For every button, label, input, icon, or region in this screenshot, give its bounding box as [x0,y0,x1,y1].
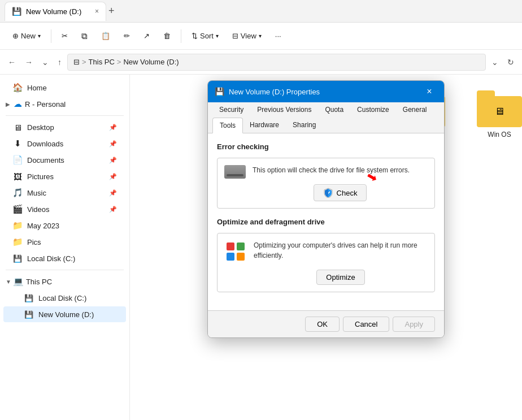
sidebar-this-pc-label: This PC [26,278,52,286]
pin-icon-4: 📌 [109,173,117,180]
active-tab[interactable]: 💾 New Volume (D:) × [5,2,106,21]
svg-rect-3 [237,253,245,261]
download-icon: ⬇ [12,138,23,149]
more-icon: ··· [275,32,281,40]
sidebar-group-this-pc[interactable]: ▼ 💻 This PC [0,274,129,289]
delete-button[interactable]: 🗑 [158,27,176,46]
tab-volume-icon: 💾 [12,7,21,16]
sidebar-item-desktop[interactable]: 🖥 Desktop 📌 [3,119,126,135]
forward-button[interactable]: → [21,55,36,69]
sidebar-item-newvolume[interactable]: 💾 New Volume (D:) [3,306,126,322]
tab-general[interactable]: General [396,102,434,118]
sidebar-desktop-label: Desktop [27,123,54,132]
dialog-title-icon: 💾 [215,87,224,96]
dropdown-button[interactable]: ⌄ [38,55,52,69]
ok-button[interactable]: OK [305,317,340,332]
check-label: Check [337,189,358,197]
sidebar-item-documents[interactable]: 📄 Documents 📌 [3,152,126,168]
check-button[interactable]: Check [314,184,367,201]
dialog-overlay: 💾 New Volume (D:) Properties × Security … [130,75,522,420]
error-section-title: Error checking [217,142,435,151]
sidebar-item-home[interactable]: 🏠 Home [3,80,126,96]
cancel-button[interactable]: Cancel [343,317,389,332]
sidebar-item-localcisk[interactable]: 💾 Local Disk (C:) [3,250,126,266]
toolbar-separator-2 [181,29,181,43]
sidebar-item-may2023[interactable]: 📁 May 2023 [3,218,126,233]
tab-bar: 💾 New Volume (D:) × + [0,0,522,23]
back-button[interactable]: ← [5,55,19,69]
path-home-icon: ⊟ [73,58,80,66]
cut-button[interactable]: ✂ [56,27,73,46]
rename-button[interactable]: ✏ [118,27,136,46]
sidebar-item-videos[interactable]: 🎬 Videos 📌 [3,201,126,217]
tab-hardware[interactable]: Hardware [243,118,286,133]
sidebar-may2023-label: May 2023 [27,222,59,230]
up-button[interactable]: ↑ [54,55,65,69]
error-section-content: This option will check the drive for fil… [253,165,428,201]
sidebar-downloads-label: Downloads [27,140,63,148]
shield-icon [323,188,333,198]
optimize-button[interactable]: Optimize [316,270,364,285]
sidebar-item-pictures[interactable]: 🖼 Pictures 📌 [3,168,126,184]
sidebar-divider-2 [6,270,124,270]
sidebar-item-music[interactable]: 🎵 Music 📌 [3,185,126,201]
tab-tools[interactable]: Tools [212,118,243,133]
tab-customize[interactable]: Customize [350,102,396,118]
sort-chevron-icon: ▾ [216,33,219,39]
sidebar-divider-1 [6,115,124,116]
new-button[interactable]: ⊕ New ▾ [7,27,46,46]
dialog-close-button[interactable]: × [421,84,437,99]
sidebar-music-label: Music [27,189,46,197]
content-area: ▲ Software 🖥 Win OS 💾 [130,75,522,420]
pc-icon: 💻 [14,276,24,287]
optimize-label: Optimize [326,273,355,282]
share-button[interactable]: ↗ [138,27,155,46]
tab-security[interactable]: Security [212,102,250,118]
defrag-icon [225,241,246,262]
svg-rect-1 [237,243,245,250]
view-button[interactable]: ⊟ View ▾ [227,27,267,46]
sidebar: 🏠 Home ▶ ☁ R - Personal 🖥 Desktop 📌 ⬇ Do… [0,75,130,420]
tab-previous-versions[interactable]: Previous Versions [250,102,318,118]
pin-icon-2: 📌 [109,140,117,148]
error-section: This option will check the drive for fil… [217,158,435,209]
optimize-section-content: Optimizing your computer's drives can he… [254,240,428,285]
dialog-tabs: Security Previous Versions Quota Customi… [208,102,444,133]
sidebar-item-pics[interactable]: 📁 Pics [3,234,126,250]
music-icon: 🎵 [12,188,23,198]
pin-icon-3: 📌 [109,157,117,164]
tab-close-button[interactable]: × [95,7,99,15]
rename-icon: ✏ [124,32,130,40]
view-icon: ⊟ [232,32,238,40]
desktop-icon: 🖥 [12,122,23,132]
apply-button[interactable]: Apply [393,317,435,332]
sidebar-item-downloads[interactable]: ⬇ Downloads 📌 [3,136,126,151]
copy-icon: ⧉ [81,31,88,41]
pin-icon-6: 📌 [109,206,117,213]
tab-title: New Volume (D:) [26,7,81,16]
more-button[interactable]: ··· [269,27,287,46]
dialog-footer: OK Cancel Apply [208,310,444,337]
address-path[interactable]: ⊟ > This PC > New Volume (D:) [67,54,486,71]
sort-button[interactable]: ⇅ Sort ▾ [186,27,224,46]
delete-icon: 🗑 [163,32,171,40]
sidebar-localcisk-label: Local Disk (C:) [27,254,75,263]
dialog-title-text: New Volume (D:) Properties [229,88,417,96]
sidebar-group-r-personal[interactable]: ▶ ☁ R - Personal [0,96,129,112]
home-icon: 🏠 [12,83,23,93]
tab-sharing[interactable]: Sharing [286,118,323,133]
sidebar-pics-label: Pics [27,238,41,246]
pin-icon: 📌 [109,124,117,131]
path-this-pc: This PC [89,58,115,66]
share-icon: ↗ [143,32,150,40]
sidebar-localcisk-sub-label: Local Disk (C:) [38,294,86,302]
sidebar-item-localcisk-sub[interactable]: 💾 Local Disk (C:) [3,290,126,306]
refresh-button[interactable]: ↻ [504,55,517,69]
address-bar: ← → ⌄ ↑ ⊟ > This PC > New Volume (D:) ⌄ … [0,50,522,75]
toolbar-separator-1 [51,29,51,43]
tab-quota[interactable]: Quota [318,102,350,118]
copy-button[interactable]: ⧉ [76,27,93,46]
new-tab-button[interactable]: + [108,5,115,17]
paste-button[interactable]: 📋 [95,27,116,46]
path-dropdown-button[interactable]: ⌄ [488,55,502,69]
